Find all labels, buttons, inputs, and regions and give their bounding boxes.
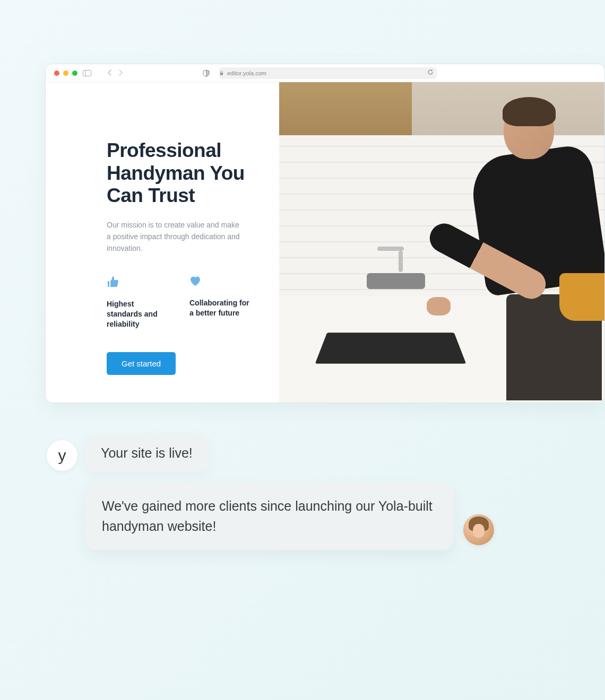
reload-icon[interactable] <box>427 69 434 77</box>
url-text: editor.yola.com <box>227 70 266 76</box>
features-row: Highest standards and reliability Collab… <box>107 276 258 329</box>
svg-rect-2 <box>220 73 223 75</box>
website-preview: Professional Handyman You Can Trust Our … <box>46 82 604 402</box>
chat-message-text: Your site is live! <box>101 445 193 460</box>
chat-message-text: We've gained more clients since launchin… <box>102 498 433 533</box>
sidebar-toggle-icon[interactable] <box>83 70 91 76</box>
window-controls <box>54 71 77 76</box>
feature-text: Collaborating for a better future <box>189 298 253 318</box>
thumbs-up-icon <box>107 276 170 291</box>
svg-rect-0 <box>83 70 91 76</box>
chat-message-user: We've gained more clients since launchin… <box>85 483 454 550</box>
forward-icon[interactable] <box>118 68 123 78</box>
hero-image <box>279 82 604 402</box>
chat-message-bot: Your site is live! <box>85 434 209 472</box>
feature-text: Highest standards and reliability <box>107 299 170 329</box>
user-avatar <box>463 514 494 545</box>
hero-section: Professional Handyman You Can Trust Our … <box>46 82 279 402</box>
bot-avatar-letter: y <box>58 447 66 465</box>
address-bar[interactable]: editor.yola.com <box>219 67 437 79</box>
bot-avatar: y <box>47 440 77 471</box>
maximize-window-icon[interactable] <box>72 71 77 76</box>
nav-arrows <box>107 68 123 78</box>
browser-toolbar: editor.yola.com <box>46 64 604 82</box>
feature-item: Highest standards and reliability <box>107 276 170 329</box>
lock-icon <box>219 70 224 76</box>
back-icon[interactable] <box>107 68 112 78</box>
shield-icon[interactable] <box>203 69 210 77</box>
browser-window: editor.yola.com Professional Handyman Yo… <box>45 64 605 403</box>
close-window-icon[interactable] <box>54 71 59 76</box>
minimize-window-icon[interactable] <box>63 71 68 76</box>
feature-item: Collaborating for a better future <box>189 276 253 329</box>
hero-title: Professional Handyman You Can Trust <box>107 139 258 207</box>
hero-subtitle: Our mission is to create value and make … <box>107 219 245 255</box>
heart-icon <box>189 276 253 290</box>
get-started-button[interactable]: Get started <box>107 352 176 375</box>
